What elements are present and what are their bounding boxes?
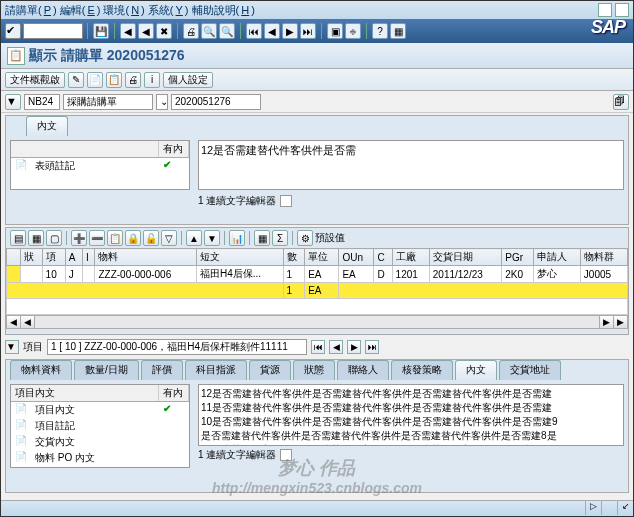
standard-toolbar: ✔ 💾 ◀ ◀ ✖ 🖨 🔍 🔍 ⏮ ◀ ▶ ⏭ ▣ ⎆ ? ▦ SAP bbox=[1, 19, 633, 43]
find-icon[interactable]: 🔍 bbox=[201, 23, 217, 39]
h-scrollbar[interactable]: ◀◀▶▶ bbox=[6, 315, 628, 329]
sort-desc-icon[interactable]: ▼ bbox=[204, 230, 220, 246]
doc-type-help[interactable]: ⌄ bbox=[156, 94, 168, 110]
table-row[interactable]: 10 J ZZZ-00-000-006 福田H4后保... 1 EA EA D … bbox=[7, 266, 628, 283]
item-next-icon[interactable]: ▶ bbox=[347, 340, 361, 354]
back-icon[interactable]: ◀ bbox=[120, 23, 136, 39]
tab-valuation[interactable]: 評價 bbox=[141, 360, 183, 380]
tab-qty-date[interactable]: 數量/日期 bbox=[74, 360, 139, 380]
page-title: 顯示 請購單 2020051276 bbox=[29, 47, 185, 65]
menu-edit[interactable]: ) 編輯( bbox=[53, 3, 85, 18]
filter-icon[interactable]: ▽ bbox=[161, 230, 177, 246]
tab-header-text[interactable]: 內文 bbox=[26, 116, 68, 136]
sap-logo: SAP bbox=[591, 17, 625, 38]
list-item[interactable]: 📄項目註記 bbox=[11, 418, 189, 434]
check-icon[interactable]: 🖨 bbox=[125, 72, 141, 88]
layout-grid-icon[interactable]: ▦ bbox=[254, 230, 270, 246]
doc-overview-button[interactable]: 文件概觀啟 bbox=[5, 72, 65, 88]
other-pr-icon[interactable]: 📄 bbox=[87, 72, 103, 88]
default-label[interactable]: 預設值 bbox=[315, 231, 345, 245]
menu-sys[interactable]: ) 系統( bbox=[141, 3, 173, 18]
table-row[interactable] bbox=[7, 299, 628, 315]
first-page-icon[interactable]: ⏮ bbox=[246, 23, 262, 39]
list-item[interactable]: 📄物料 PO 內文 bbox=[11, 450, 189, 466]
list-item[interactable]: 📄 表頭註記 ✔ bbox=[11, 158, 189, 174]
editor-dropdown-icon[interactable] bbox=[280, 449, 292, 461]
header-toggle-icon[interactable]: ▼ bbox=[5, 94, 21, 110]
doc-type-text[interactable]: 採購請購單 bbox=[63, 94, 153, 110]
layout-icon[interactable]: ▦ bbox=[390, 23, 406, 39]
tab-source[interactable]: 貨源 bbox=[249, 360, 291, 380]
tab-release[interactable]: 核發策略 bbox=[391, 360, 453, 380]
doc-number[interactable]: 2020051276 bbox=[171, 94, 261, 110]
status-icon[interactable]: ▷ bbox=[585, 501, 601, 515]
unlock-icon[interactable]: 🔓 bbox=[143, 230, 159, 246]
info-button[interactable]: i bbox=[144, 72, 160, 88]
menu-env[interactable]: ) 環境( bbox=[97, 3, 129, 18]
shortcut-icon[interactable]: ⎆ bbox=[345, 23, 361, 39]
tab-deliv-addr[interactable]: 交貨地址 bbox=[499, 360, 561, 380]
tab-item-text[interactable]: 內文 bbox=[455, 360, 497, 380]
item-text-type-list[interactable]: 項目內文 有內 📄項目內文✔ 📄項目註記 📄交貨內文 📄物料 PO 內文 bbox=[10, 384, 190, 468]
del-row-icon[interactable]: ➖ bbox=[89, 230, 105, 246]
status-server-icon[interactable]: ↙ bbox=[617, 501, 633, 515]
next-page-icon[interactable]: ▶ bbox=[282, 23, 298, 39]
tab-acct-assign[interactable]: 科目指派 bbox=[185, 360, 247, 380]
sort-asc-icon[interactable]: ▲ bbox=[186, 230, 202, 246]
item-text-area[interactable]: 12是否需建替代件客供件是否需建替代件客供件是否需建替代件客供件是否需建 11是… bbox=[198, 384, 624, 446]
menu-pr[interactable]: 請購單( bbox=[5, 3, 42, 18]
last-page-icon[interactable]: ⏭ bbox=[300, 23, 316, 39]
list-item[interactable]: 📄交貨內文 bbox=[11, 434, 189, 450]
change-icon[interactable]: ✎ bbox=[68, 72, 84, 88]
ins-row-icon[interactable]: ➕ bbox=[71, 230, 87, 246]
window-min-icon[interactable] bbox=[598, 3, 612, 17]
ok-code-input[interactable] bbox=[23, 23, 83, 39]
print-icon[interactable]: 🖨 bbox=[183, 23, 199, 39]
save-icon[interactable]: 💾 bbox=[93, 23, 109, 39]
menu-help[interactable]: ) 輔助說明( bbox=[185, 3, 239, 18]
item-last-icon[interactable]: ⏭ bbox=[365, 340, 379, 354]
sum-row: 1 EA bbox=[7, 283, 628, 299]
menubar: 請購單(P ) 編輯(E ) 環境(N ) 系統(Y ) 輔助說明(H ) bbox=[1, 1, 633, 19]
sigma-icon[interactable]: Σ bbox=[272, 230, 288, 246]
statusbar: ▷ ↙ bbox=[1, 500, 633, 516]
tab-material[interactable]: 物料資料 bbox=[10, 360, 72, 380]
new-session-icon[interactable]: ▣ bbox=[327, 23, 343, 39]
text-type-list[interactable]: 有內 📄 表頭註記 ✔ bbox=[10, 140, 190, 190]
sap-window: 請購單(P ) 編輯(E ) 環境(N ) 系統(Y ) 輔助說明(H ) ✔ … bbox=[0, 0, 634, 517]
item-prev-icon[interactable]: ◀ bbox=[329, 340, 343, 354]
hold-icon[interactable]: 📋 bbox=[106, 72, 122, 88]
window-close-icon[interactable] bbox=[615, 3, 629, 17]
doc-type-code[interactable]: NB24 bbox=[24, 94, 60, 110]
ok-code-button[interactable]: ✔ bbox=[5, 23, 21, 39]
item-first-icon[interactable]: ⏮ bbox=[311, 340, 325, 354]
select-all-icon[interactable]: ▦ bbox=[28, 230, 44, 246]
cancel-icon[interactable]: ✖ bbox=[156, 23, 172, 39]
tab-status[interactable]: 狀態 bbox=[293, 360, 335, 380]
lock-icon[interactable]: 🔒 bbox=[125, 230, 141, 246]
editor-dropdown-icon[interactable] bbox=[280, 195, 292, 207]
prev-page-icon[interactable]: ◀ bbox=[264, 23, 280, 39]
editor-mode: 1 連續文字編輯器 bbox=[198, 448, 624, 462]
item-toggle-icon[interactable]: ▼ bbox=[5, 340, 19, 354]
default-icon[interactable]: ⚙ bbox=[297, 230, 313, 246]
exit-icon[interactable]: ◀ bbox=[138, 23, 154, 39]
help-icon[interactable]: ? bbox=[372, 23, 388, 39]
refresh-icon[interactable]: 🗐 bbox=[613, 94, 629, 110]
items-section: ▤ ▦ ▢ ➕ ➖ 📋 🔒 🔓 ▽ ▲ ▼ 📊 ▦ Σ ⚙ 預設值 狀 bbox=[5, 227, 629, 335]
list-item[interactable]: 📄項目內文✔ bbox=[11, 402, 189, 418]
item-select-dropdown[interactable]: 1 [ 10 ] ZZZ-00-000-006，福田H4后保杆雕刻件11111 bbox=[47, 339, 307, 355]
find-next-icon[interactable]: 🔍 bbox=[219, 23, 235, 39]
header-text-area[interactable]: 12是否需建替代件客供件是否需 bbox=[198, 140, 624, 190]
xl-icon[interactable]: 📊 bbox=[229, 230, 245, 246]
detail-icon[interactable]: ▤ bbox=[10, 230, 26, 246]
status-session-icon[interactable] bbox=[601, 501, 617, 515]
app-toolbar: 文件概觀啟 ✎ 📄 📋 🖨 i 個人設定 bbox=[1, 69, 633, 91]
item-label: 項目 bbox=[23, 340, 43, 354]
items-grid[interactable]: 狀 項 A I 物料 短文 數 單位 OUn C 工廠 交貨日期 PGr 申請人… bbox=[6, 248, 628, 315]
header-text-section: 內文 有內 📄 表頭註記 ✔ bbox=[5, 115, 629, 225]
copy-row-icon[interactable]: 📋 bbox=[107, 230, 123, 246]
personal-settings-button[interactable]: 個人設定 bbox=[163, 72, 213, 88]
tab-contact[interactable]: 聯絡人 bbox=[337, 360, 389, 380]
deselect-icon[interactable]: ▢ bbox=[46, 230, 62, 246]
